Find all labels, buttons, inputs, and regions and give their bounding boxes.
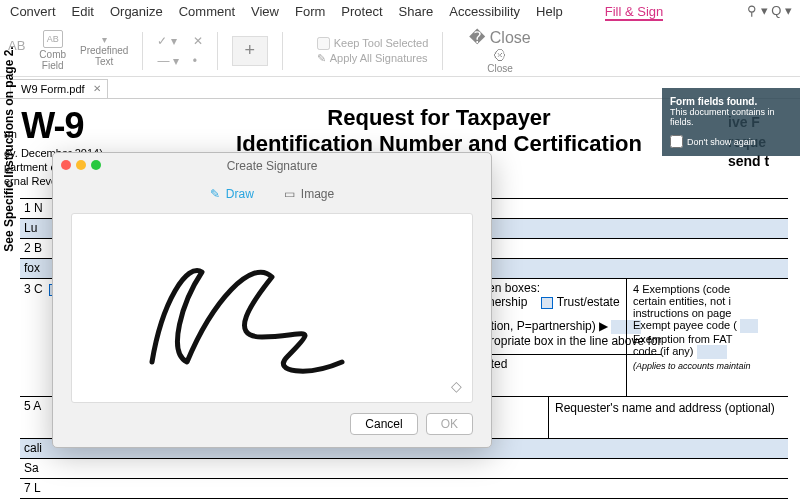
menu-edit[interactable]: Edit (72, 4, 94, 21)
row-7: 7 L (20, 479, 788, 499)
tool-check-icon[interactable]: ✓ ▾ (157, 34, 178, 48)
tab-image[interactable]: ▭Image (284, 187, 334, 201)
row-sa: Sa (20, 459, 788, 479)
form-fields-notice: Form fields found. This document contain… (662, 88, 800, 156)
tool-dot-icon[interactable]: • (193, 54, 203, 68)
field-fatca[interactable] (697, 345, 727, 359)
cancel-button[interactable]: Cancel (350, 413, 417, 435)
menu-help[interactable]: Help (536, 4, 563, 21)
signature-drawing (132, 242, 412, 392)
tool-line-icon[interactable]: — ▾ (157, 54, 178, 68)
exemptions-box: 4 Exemptions (code certain entities, not… (626, 279, 788, 396)
field-exempt[interactable] (740, 319, 758, 333)
eraser-icon[interactable]: ◇ (451, 378, 462, 394)
dont-show-checkbox[interactable] (670, 135, 683, 148)
image-icon: ▭ (284, 187, 295, 201)
menu-view[interactable]: View (251, 4, 279, 21)
tool-predefined-text[interactable]: ▾Predefined Text (80, 34, 128, 67)
signature-canvas[interactable]: ◇ (71, 213, 473, 403)
menu-accessibility[interactable]: Accessibility (449, 4, 520, 21)
tool-x-icon[interactable]: ✕ (193, 34, 203, 48)
tab-draw[interactable]: ✎Draw (210, 187, 254, 201)
add-signature-button[interactable]: + (232, 36, 268, 66)
requester-box: Requester's name and address (optional) (548, 397, 788, 438)
menu-fill-sign[interactable]: Fill & Sign (605, 4, 664, 21)
close-button[interactable]: � CloseClose⮾Close (469, 28, 530, 74)
rotated-label: See Specific Instructions on page 2. (2, 9, 16, 289)
menu-protect[interactable]: Protect (341, 4, 382, 21)
ok-button[interactable]: OK (426, 413, 473, 435)
window-zoom-icon[interactable] (91, 160, 101, 170)
tool-comb-field[interactable]: ABComb Field (39, 30, 66, 71)
window-close-icon[interactable] (61, 160, 71, 170)
checkbox-trust[interactable] (541, 297, 553, 309)
dialog-titlebar: Create Signature (53, 153, 491, 179)
menu-comment[interactable]: Comment (179, 4, 235, 21)
keep-tool-checkbox[interactable]: Keep Tool Selected (317, 37, 429, 50)
window-minimize-icon[interactable] (76, 160, 86, 170)
toolbar: AB ABComb Field ▾Predefined Text ✓ ▾ — ▾… (0, 25, 800, 77)
menu-share[interactable]: Share (399, 4, 434, 21)
search-icon[interactable]: ⚲ ▾ Q ▾ (747, 3, 792, 18)
tab-w9[interactable]: W9 Form.pdf✕ (10, 79, 108, 98)
pencil-icon: ✎ (210, 187, 220, 201)
menu-form[interactable]: Form (295, 4, 325, 21)
apply-all-button[interactable]: ✎ Apply All Signatures (317, 52, 429, 65)
create-signature-dialog: Create Signature ✎Draw ▭Image ◇ Cancel O… (52, 152, 492, 448)
menu-convert[interactable]: Convert (10, 4, 56, 21)
menu-organize[interactable]: Organize (110, 4, 163, 21)
menubar: Convert Edit Organize Comment View Form … (0, 0, 800, 25)
close-icon[interactable]: ✕ (93, 83, 101, 94)
